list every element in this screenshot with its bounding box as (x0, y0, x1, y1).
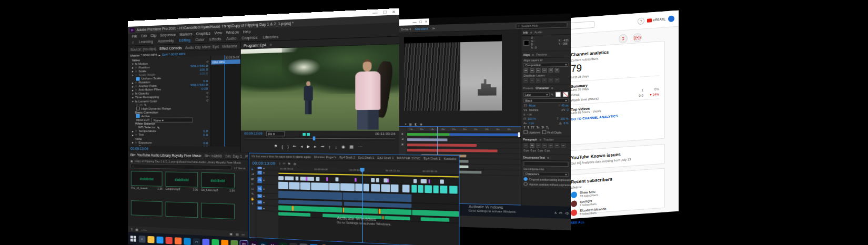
panel-menu-icon[interactable]: ≡ (532, 53, 533, 56)
tab-preview[interactable]: Preview (536, 53, 547, 56)
align-button[interactable] (523, 68, 528, 73)
ae-layer-bar[interactable] (407, 144, 477, 147)
program-monitor-tab[interactable]: Program: Ep4 (244, 43, 266, 47)
workspace-default[interactable]: Default (401, 27, 411, 31)
align-button[interactable] (549, 68, 553, 72)
workspace-tab-learning[interactable]: Learning (139, 39, 153, 44)
audio-clip-item[interactable]: ılıılıllıılılCoupon.mp33:36 (166, 171, 198, 199)
audio-clip-item[interactable] (166, 201, 198, 227)
menu-sequence[interactable]: Sequence (160, 33, 176, 37)
play-icon[interactable]: ▶ (307, 145, 310, 149)
obs-icon[interactable]: ◎ (289, 242, 297, 245)
distribute-button[interactable] (530, 78, 534, 83)
timeline-clip[interactable] (421, 179, 427, 183)
timeline-clip[interactable] (364, 183, 369, 191)
type-variant-button[interactable]: Tт (536, 126, 539, 129)
timeline-clip[interactable] (355, 183, 362, 191)
timeline-clip[interactable] (289, 182, 299, 189)
timeline-clip[interactable] (418, 185, 424, 193)
sequence-tab[interactable]: Ep4 Draft 2 (339, 156, 355, 159)
program-video-preview[interactable] (241, 44, 399, 131)
create-button[interactable]: CREATE (647, 17, 665, 22)
tab-align[interactable]: Align (523, 53, 530, 56)
timeline-clip[interactable] (329, 183, 340, 191)
leading-value[interactable]: 45 px (561, 104, 568, 107)
go-live-icon[interactable]: ((•)) (633, 33, 642, 43)
project-tab[interactable]: Bin: YouTube Audio Library Royalty Free … (130, 153, 201, 158)
timeline-clip[interactable] (311, 182, 329, 190)
add-marker-icon[interactable]: ⚑ (274, 144, 278, 149)
audio-clip-item[interactable]: ılıılıllıılılThe_of_Jewels...1:38 (131, 171, 163, 198)
distribute-button[interactable] (549, 78, 553, 82)
track-header-V1[interactable]: V1● (256, 176, 278, 185)
align-button[interactable] (536, 68, 541, 73)
lift-icon[interactable]: ↑ (328, 145, 330, 149)
timeline-clip[interactable] (411, 185, 417, 193)
selected-clip-row[interactable]: 0062.MP4 (211, 59, 240, 65)
tab-audio[interactable]: Audio (534, 30, 542, 34)
distribute-button[interactable] (536, 78, 541, 83)
font-style-select[interactable]: Black▾ (523, 98, 568, 103)
mark-in-icon[interactable]: { (282, 145, 284, 149)
snap-icon[interactable]: ⌇ (279, 161, 280, 166)
go-to-analytics-link[interactable]: GO TO CHANNEL ANALYTICS (571, 114, 618, 121)
vlc-icon[interactable] (221, 239, 228, 245)
tab-presets[interactable]: Presets (523, 86, 533, 89)
ae-layer-bar[interactable] (407, 149, 498, 152)
tab-tracker[interactable]: Tracker (543, 138, 554, 141)
timeline-clip[interactable] (425, 185, 432, 193)
maximize-button[interactable]: □ (383, 9, 387, 15)
checkbox-hindi-digits[interactable]: Hindi Digits (542, 130, 561, 134)
sequence-tab[interactable]: It's but every time he says mine it star… (251, 155, 311, 159)
marker-teal[interactable] (302, 133, 306, 136)
home-icon[interactable]: ⌂ (132, 40, 134, 44)
distribute-button[interactable] (523, 78, 528, 83)
sequence-tab[interactable]: Ep2 Draft 1 (377, 156, 393, 160)
timeline-clip[interactable] (343, 192, 411, 202)
workspace-tab-libraries[interactable]: Libraries (263, 35, 278, 39)
timeline-clip[interactable] (376, 178, 379, 182)
timeline-clip[interactable] (335, 177, 339, 181)
account-avatar[interactable] (668, 15, 674, 22)
align-to-select[interactable]: Composition▾ (523, 63, 568, 68)
spotify-icon[interactable] (211, 239, 219, 245)
minimize-button[interactable]: — (372, 10, 378, 15)
stroke-width-value[interactable]: - px (527, 113, 532, 116)
type-variant-button[interactable]: T (527, 126, 529, 129)
step-back-icon[interactable]: ◂ (300, 144, 302, 149)
chevron-up-icon[interactable]: ∧ (554, 210, 557, 214)
timeline-clip[interactable] (278, 206, 292, 211)
new-item-icon[interactable]: ▤ (236, 232, 239, 236)
decompose-input[interactable] (523, 161, 568, 167)
see-all-link[interactable]: SEE ALL (571, 220, 584, 224)
help-icon[interactable]: ? (638, 17, 644, 25)
timeline-clip[interactable] (278, 212, 310, 217)
paragraph-align-button[interactable] (561, 144, 566, 148)
minimize-button[interactable]: — (413, 20, 417, 24)
vertical-scale-value[interactable]: 100 % (528, 117, 536, 120)
align-button[interactable] (554, 68, 559, 73)
scrubber-playhead[interactable] (313, 136, 316, 140)
step-forward-icon[interactable]: ▸ (314, 145, 316, 149)
fill-color-swatch[interactable] (556, 91, 561, 97)
comparison-view-icon[interactable]: ▦ (349, 145, 354, 149)
type-variant-button[interactable]: T¹ (541, 126, 544, 129)
sequence-tab[interactable]: Ep4 Draft 1 (423, 157, 440, 160)
kerning-value[interactable]: Metrics (529, 108, 538, 111)
timeline-clip[interactable] (300, 182, 310, 190)
timeline-clip[interactable] (278, 182, 288, 189)
menu-edit[interactable]: Edit (141, 34, 147, 37)
timeline-clip[interactable] (413, 179, 417, 183)
workspace-overflow-icon[interactable]: ≫ (432, 26, 436, 30)
add-marker-icon[interactable]: ⚑ (288, 161, 291, 166)
indent-field[interactable]: 0 px (538, 149, 543, 152)
export-frame-icon[interactable]: ◉ (341, 145, 345, 149)
timeline-clip[interactable] (300, 177, 314, 181)
zoom-select[interactable]: Fit ▾ (266, 131, 285, 136)
program-timecode[interactable]: 00:09:13:09 (244, 132, 263, 135)
timeline-clip[interactable] (278, 176, 284, 180)
ae-layer-bar[interactable] (407, 133, 449, 136)
effect-keyframe-lane[interactable]: 00:09:24:08 0062.MP4 (210, 55, 240, 146)
speaker-icon[interactable]: ◁) (564, 210, 568, 215)
audio-clip-item[interactable]: ılıılıllıılılDa_Kano.mp31:54 (201, 172, 235, 201)
